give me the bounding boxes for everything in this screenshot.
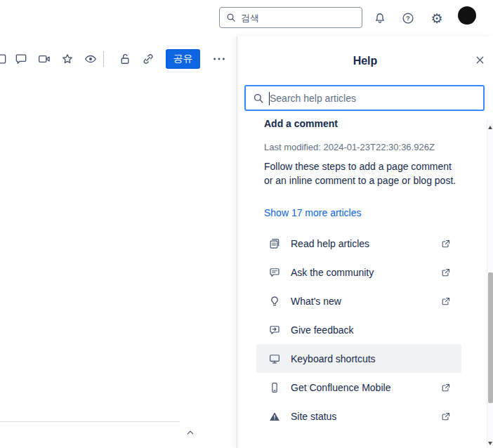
article-title: Add a comment <box>264 119 487 131</box>
help-menu-item-label: Site status <box>291 411 440 422</box>
article-description: Follow these steps to add a page comment… <box>264 159 461 187</box>
page-toolbar: 공유 <box>0 49 237 69</box>
bottom-panel-divider <box>0 421 180 422</box>
more-ellipsis-icon[interactable] <box>211 51 228 67</box>
close-help-button[interactable] <box>471 51 488 68</box>
help-menu: Read help articles Ask the community <box>237 229 487 430</box>
help-menu-item-ask-the-community[interactable]: Ask the community <box>256 258 461 286</box>
topbar: ? ⚙ <box>0 0 493 37</box>
help-search-input[interactable] <box>270 93 477 104</box>
show-more-articles-link[interactable]: Show 17 more articles <box>264 206 362 220</box>
toolbar-divider <box>103 51 104 67</box>
global-search-input[interactable] <box>241 13 356 23</box>
help-menu-item-get-confluence-mobile[interactable]: Get Confluence Mobile <box>256 373 461 402</box>
gear-icon: ⚙ <box>430 12 442 25</box>
help-panel-title: Help <box>353 55 378 67</box>
avatar[interactable] <box>458 6 476 25</box>
external-link-icon <box>440 411 452 422</box>
screen: ? ⚙ 공유 <box>0 0 493 448</box>
bell-icon <box>373 11 387 25</box>
expand-chevron-up-icon[interactable] <box>183 425 198 440</box>
external-link-icon <box>440 296 452 307</box>
search-icon <box>225 12 237 23</box>
clipped-icon[interactable] <box>0 51 9 67</box>
help-menu-item-label: What's new <box>291 296 440 307</box>
global-search-box[interactable] <box>219 7 362 28</box>
help-scroll-area: Add a comment Last modified: 2024-01-23T… <box>237 119 487 448</box>
close-icon <box>474 54 486 66</box>
search-icon <box>252 92 265 105</box>
help-menu-item-read-help-articles[interactable]: Read help articles <box>256 229 461 258</box>
video-icon[interactable] <box>36 51 53 67</box>
unlock-icon[interactable] <box>117 51 133 67</box>
warning-icon <box>268 410 281 423</box>
help-button[interactable]: ? <box>397 7 419 29</box>
settings-button[interactable]: ⚙ <box>426 7 448 29</box>
comment-icon[interactable] <box>13 51 29 67</box>
watch-eye-icon[interactable] <box>82 51 99 67</box>
help-scrollbar[interactable] <box>487 119 493 448</box>
help-menu-item-whats-new[interactable]: What's new <box>256 286 461 315</box>
scrollbar-down-arrow-icon[interactable] <box>488 442 492 445</box>
help-menu-item-label: Get Confluence Mobile <box>291 382 440 393</box>
scrollbar-thumb[interactable] <box>488 272 493 403</box>
svg-text:?: ? <box>406 15 409 22</box>
notifications-button[interactable] <box>369 7 391 29</box>
question-circle-icon: ? <box>401 11 415 25</box>
share-button[interactable]: 공유 <box>166 49 200 69</box>
external-link-icon <box>440 267 452 278</box>
link-icon[interactable] <box>140 51 157 67</box>
help-menu-item-give-feedback[interactable]: Give feedback <box>256 315 461 344</box>
help-menu-item-label: Read help articles <box>291 238 440 249</box>
mobile-icon <box>268 381 281 394</box>
comment-lines-icon <box>268 266 281 279</box>
help-panel: Help Add a comment Last modified: 2024-0… <box>237 37 493 448</box>
help-search-box[interactable] <box>244 85 485 111</box>
feedback-icon <box>268 324 281 336</box>
article-last-modified: Last modified: 2024-01-23T22:30:36.926Z <box>264 142 487 152</box>
pages-icon <box>268 237 281 250</box>
help-menu-item-label: Keyboard shortcuts <box>291 353 452 364</box>
external-link-icon <box>440 238 452 249</box>
help-panel-header: Help <box>237 37 493 85</box>
help-menu-item-label: Give feedback <box>291 324 452 336</box>
help-menu-item-keyboard-shortcuts[interactable]: Keyboard shortcuts <box>256 344 461 373</box>
lightbulb-icon <box>268 295 281 308</box>
help-menu-item-label: Ask the community <box>291 267 440 278</box>
help-menu-item-site-status[interactable]: Site status <box>256 402 461 430</box>
text-caret <box>269 92 270 105</box>
monitor-icon <box>268 353 281 365</box>
external-link-icon <box>440 382 452 393</box>
star-icon[interactable] <box>59 51 76 67</box>
scrollbar-up-arrow-icon[interactable] <box>488 126 492 129</box>
